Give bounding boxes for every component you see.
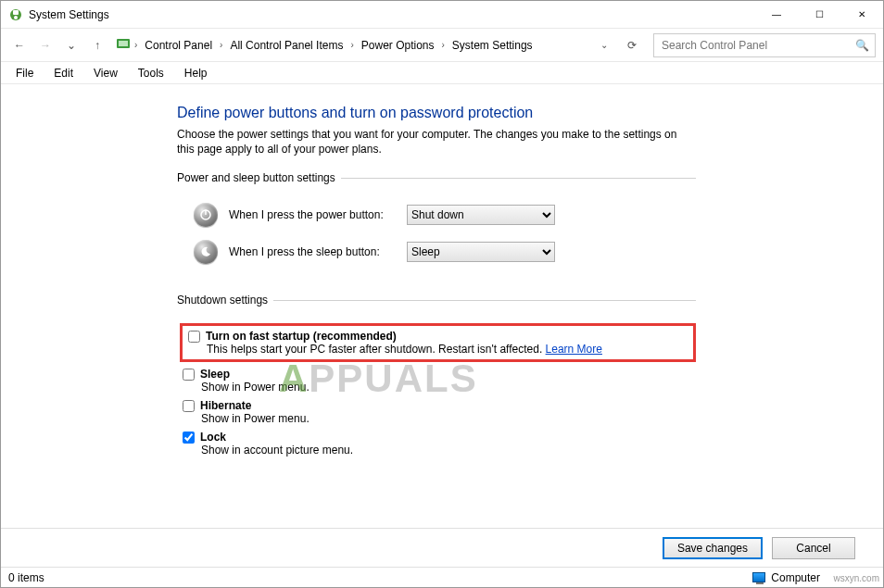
crumb-system-settings[interactable]: System Settings [448,37,537,54]
search-box[interactable]: 🔍 [653,33,876,57]
lock-item: Lock Show in account picture menu. [183,431,696,457]
cancel-button[interactable]: Cancel [772,537,855,559]
close-button[interactable]: ✕ [840,1,883,29]
minimize-button[interactable]: — [755,1,798,29]
sleep-checkbox[interactable] [183,369,195,381]
status-item-count: 0 items [8,571,44,584]
page-heading: Define power buttons and turn on passwor… [177,105,865,121]
hibernate-description: Show in Power menu. [201,412,696,425]
power-sleep-button-settings-group: Power and sleep button settings When I p… [177,171,696,284]
svg-point-2 [14,16,18,19]
crumb-power-options[interactable]: Power Options [358,37,438,54]
status-location-label: Computer [771,571,820,584]
save-changes-button[interactable]: Save changes [663,537,763,559]
sleep-button-label: When I press the sleep button: [229,245,396,258]
recent-locations-button[interactable]: ⌄ [60,34,82,56]
menu-edit[interactable]: Edit [44,65,82,81]
power-button-row: When I press the power button: Shut down [194,203,696,227]
page-description: Choose the power settings that you want … [177,127,696,156]
sleep-item: Sleep Show in Power menu. [183,368,696,394]
search-input[interactable] [660,38,854,53]
fast-startup-checkbox[interactable] [188,331,200,343]
chevron-right-icon[interactable]: › [440,40,447,50]
fast-startup-title: Turn on fast startup (recommended) [206,330,397,343]
hibernate-title: Hibernate [200,399,251,412]
power-icon [194,203,218,227]
group-legend-power-sleep: Power and sleep button settings [177,171,341,184]
group-legend-shutdown: Shutdown settings [177,294,273,307]
shutdown-settings-group: Shutdown settings Turn on fast startup (… [177,294,696,469]
navigation-bar: ← → ⌄ ↑ › Control Panel › All Control Pa… [1,29,883,62]
hibernate-item: Hibernate Show in Power menu. [183,399,696,425]
menu-bar: File Edit View Tools Help [1,62,883,84]
fast-startup-description: This helps start your PC faster after sh… [207,343,688,356]
breadcrumb[interactable]: › Control Panel › All Control Panel Item… [112,33,616,57]
back-button[interactable]: ← [8,34,31,56]
search-icon[interactable]: 🔍 [854,39,869,52]
computer-icon [752,572,765,582]
forward-button[interactable]: → [34,34,57,56]
sleep-title: Sleep [200,368,230,381]
crumb-control-panel[interactable]: Control Panel [141,37,216,54]
attribution-text: wsxyn.com [834,573,879,583]
menu-file[interactable]: File [6,65,43,81]
sleep-button-select[interactable]: Sleep [407,242,555,262]
menu-view[interactable]: View [84,65,127,81]
hibernate-checkbox[interactable] [183,400,195,412]
lock-description: Show in account picture menu. [201,444,696,457]
control-panel-icon [116,36,131,54]
refresh-button[interactable]: ⟳ [620,33,644,57]
svg-rect-4 [119,41,128,46]
up-button[interactable]: ↑ [86,34,108,56]
menu-help[interactable]: Help [175,65,217,81]
chevron-right-icon[interactable]: › [218,40,224,50]
menu-tools[interactable]: Tools [129,65,173,81]
content-area: APPUALS Define power buttons and turn on… [1,88,883,528]
lock-checkbox[interactable] [183,432,195,444]
window-title: System Settings [29,8,109,21]
learn-more-link[interactable]: Learn More [546,343,602,356]
button-bar: Save changes Cancel [1,528,883,567]
title-bar: System Settings — ☐ ✕ [1,1,883,29]
power-button-label: When I press the power button: [229,208,396,221]
crumb-all-items[interactable]: All Control Panel Items [226,37,347,54]
sleep-button-row: When I press the sleep button: Sleep [194,240,696,264]
status-bar: 0 items Computer [1,567,883,587]
chevron-right-icon[interactable]: › [133,40,139,50]
power-button-select[interactable]: Shut down [407,205,555,225]
sleep-icon [194,240,218,264]
chevron-right-icon[interactable]: › [348,40,355,50]
fast-startup-item: Turn on fast startup (recommended) This … [180,323,696,362]
app-icon [8,7,23,22]
lock-title: Lock [200,431,226,444]
maximize-button[interactable]: ☐ [798,1,840,29]
address-dropdown-button[interactable]: ⌄ [596,40,612,50]
sleep-description: Show in Power menu. [201,381,696,394]
svg-rect-1 [13,10,19,15]
